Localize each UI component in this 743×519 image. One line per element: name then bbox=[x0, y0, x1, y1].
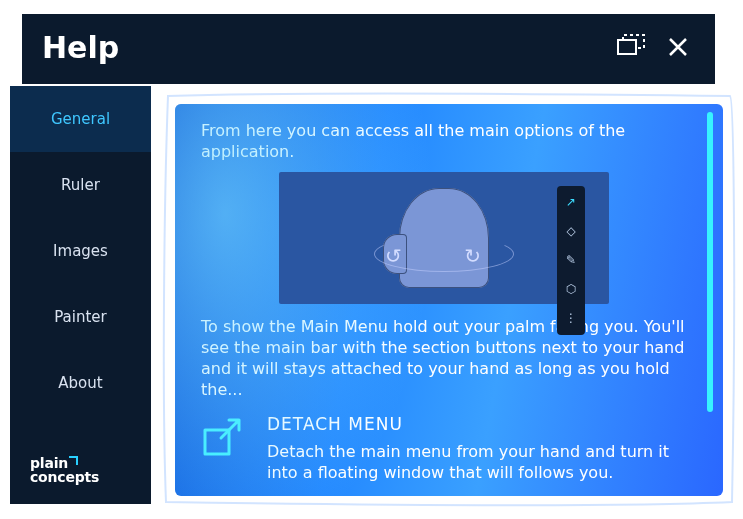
poly-icon: ⬡ bbox=[566, 279, 576, 300]
window-title: Help bbox=[42, 30, 119, 65]
sidebar: General Ruler Images Painter About plain… bbox=[10, 86, 151, 504]
logo-accent-icon bbox=[69, 456, 78, 465]
tab-general[interactable]: General bbox=[10, 86, 151, 152]
instructions-text: To show the Main Menu hold out your palm… bbox=[201, 316, 687, 400]
tab-label: General bbox=[51, 110, 110, 128]
scrollbar-thumb[interactable] bbox=[707, 112, 713, 412]
feature-title: DETACH MENU bbox=[267, 414, 687, 435]
maximize-button[interactable] bbox=[617, 34, 645, 56]
arrow-left-icon: ↺ bbox=[385, 246, 402, 267]
tab-ruler[interactable]: Ruler bbox=[10, 152, 151, 218]
pencil-icon: ✎ bbox=[566, 250, 576, 271]
detach-menu-icon bbox=[201, 416, 245, 483]
content-pane: From here you can access all the main op… bbox=[175, 104, 723, 496]
feature-desc: Detach the main menu from your hand and … bbox=[267, 441, 687, 483]
cube-icon: ◇ bbox=[566, 221, 575, 242]
hand-illustration: ↺ ↻ ↗ ◇ ✎ ⬡ ⋮ bbox=[279, 172, 609, 304]
arrow-right-icon: ↻ bbox=[464, 246, 481, 267]
tab-label: Painter bbox=[54, 308, 107, 326]
hand-menu-bar: ↗ ◇ ✎ ⬡ ⋮ bbox=[557, 186, 585, 335]
tab-label: Images bbox=[53, 242, 108, 260]
tab-label: Ruler bbox=[61, 176, 100, 194]
svg-rect-0 bbox=[618, 40, 636, 54]
dots-icon: ⋮ bbox=[565, 308, 577, 329]
brand-logo: plain concepts bbox=[30, 456, 99, 484]
detach-icon: ↗ bbox=[566, 192, 576, 213]
tab-painter[interactable]: Painter bbox=[10, 284, 151, 350]
feature-detach: DETACH MENU Detach the main menu from yo… bbox=[201, 414, 687, 483]
tab-label: About bbox=[58, 374, 102, 392]
intro-text: From here you can access all the main op… bbox=[201, 120, 687, 162]
tab-images[interactable]: Images bbox=[10, 218, 151, 284]
logo-text-2: concepts bbox=[30, 469, 99, 485]
titlebar: Help bbox=[22, 14, 715, 84]
tab-about[interactable]: About bbox=[10, 350, 151, 416]
close-button[interactable] bbox=[667, 36, 689, 58]
